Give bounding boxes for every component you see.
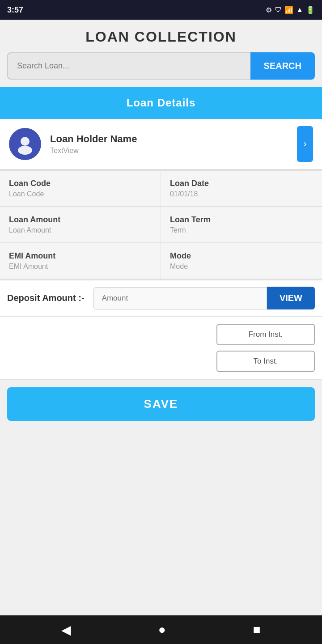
loan-holder-sub: TextView	[50, 147, 297, 155]
status-time: 3:57	[7, 5, 23, 15]
status-bar: 3:57 ⚙ 🛡 📶 ▲ 🔋	[0, 0, 322, 20]
loan-amount-label: Loan Amount	[9, 215, 152, 225]
loan-details-header: Loan Details	[0, 87, 322, 119]
deposit-label: Deposit Amount :-	[7, 293, 85, 303]
bottom-nav: ◀ ● ■	[0, 615, 322, 644]
svg-point-1	[18, 146, 32, 155]
view-button[interactable]: VIEW	[267, 287, 315, 309]
search-input[interactable]	[7, 52, 250, 80]
sim-icon: 📶	[284, 6, 293, 14]
loan-term-cell: Loan Term Term	[161, 207, 322, 243]
save-button[interactable]: Save	[7, 387, 315, 421]
to-inst-button[interactable]: To Inst.	[216, 351, 315, 372]
mode-cell: Mode Mode	[161, 243, 322, 280]
loan-amount-value: Loan Amount	[9, 226, 152, 234]
battery-icon: 🔋	[306, 6, 315, 14]
home-button[interactable]: ●	[149, 619, 175, 640]
info-grid: Loan Code Loan Code Loan Date 01/01/18 L…	[0, 170, 322, 280]
search-button[interactable]: SEARCH	[250, 52, 315, 80]
loan-holder-card: Loan Holder Name TextView ›	[0, 119, 322, 170]
mode-value: Mode	[170, 263, 313, 271]
loan-holder-name: Loan Holder Name	[50, 133, 297, 145]
loan-term-value: Term	[170, 226, 313, 234]
expand-button[interactable]: ›	[297, 126, 313, 162]
loan-holder-info: Loan Holder Name TextView	[50, 133, 297, 155]
status-icons: ⚙ 🛡 📶 ▲ 🔋	[266, 6, 315, 14]
emi-amount-cell: EMI Amount EMI Amount	[0, 243, 161, 280]
loan-date-label: Loan Date	[170, 179, 313, 188]
avatar	[9, 128, 41, 160]
to-inst-row: To Inst.	[7, 351, 315, 372]
loan-details-title: Loan Details	[127, 97, 196, 109]
search-section: SEARCH	[7, 52, 315, 80]
deposit-amount-input[interactable]	[93, 287, 267, 309]
page-header: LOAN COLLECTION	[0, 20, 322, 52]
wifi-icon: ▲	[296, 6, 303, 14]
from-inst-row: From Inst.	[7, 324, 315, 345]
loan-term-label: Loan Term	[170, 215, 313, 225]
deposit-row: Deposit Amount :- VIEW	[0, 280, 322, 317]
mode-label: Mode	[170, 251, 313, 261]
recent-button[interactable]: ■	[244, 619, 270, 640]
loan-code-value: Loan Code	[9, 190, 152, 198]
loan-amount-cell: Loan Amount Loan Amount	[0, 207, 161, 243]
save-section: Save	[0, 380, 322, 428]
main-content: LOAN COLLECTION SEARCH Loan Details Loan…	[0, 20, 322, 615]
svg-point-0	[21, 137, 30, 146]
page-title: LOAN COLLECTION	[7, 29, 315, 45]
from-inst-button[interactable]: From Inst.	[216, 324, 315, 345]
loan-date-value: 01/01/18	[170, 190, 313, 198]
loan-date-cell: Loan Date 01/01/18	[161, 171, 322, 207]
emi-amount-value: EMI Amount	[9, 263, 152, 271]
settings-icon: ⚙	[266, 6, 272, 14]
loan-code-cell: Loan Code Loan Code	[0, 171, 161, 207]
back-button[interactable]: ◀	[52, 619, 80, 641]
emi-amount-label: EMI Amount	[9, 251, 152, 261]
loan-code-label: Loan Code	[9, 179, 152, 188]
transfer-section: From Inst. To Inst.	[0, 317, 322, 380]
shield-icon: 🛡	[275, 6, 282, 14]
